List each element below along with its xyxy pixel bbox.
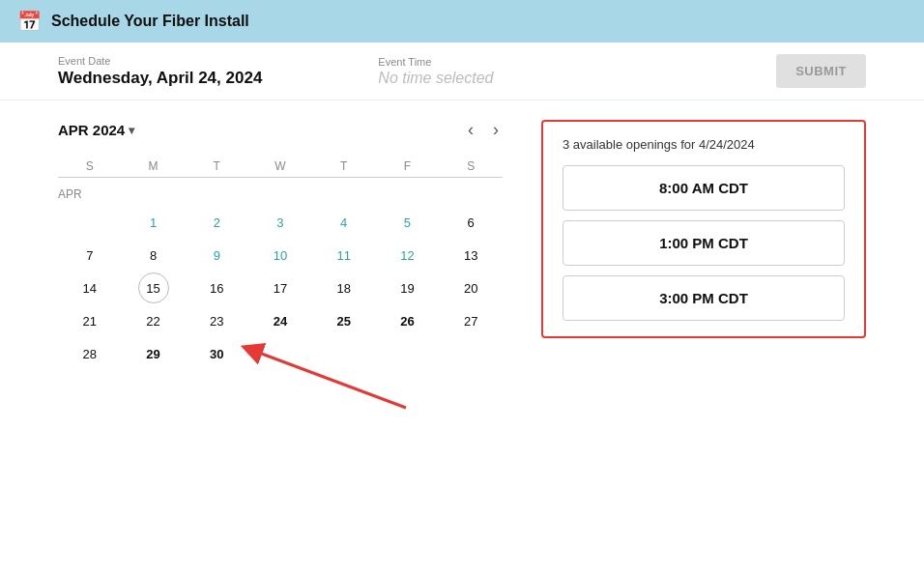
cal-day[interactable]: 19 xyxy=(391,272,422,303)
cal-day[interactable]: 17 xyxy=(265,272,296,303)
cal-day[interactable]: 1 xyxy=(138,207,169,238)
cal-day[interactable]: 4 xyxy=(329,207,360,238)
event-date-value: Wednesday, April 24, 2024 xyxy=(58,69,262,88)
time-slots-panel: 3 available openings for 4/24/2024 8:00 … xyxy=(541,120,866,338)
event-time-section: Event Time No time selected xyxy=(378,56,776,87)
cal-day[interactable]: 24 xyxy=(265,305,296,336)
cal-day[interactable]: 8 xyxy=(138,240,169,271)
submit-button[interactable]: SUBMIT xyxy=(776,54,866,88)
cal-day[interactable]: 29 xyxy=(138,338,169,369)
day-header: S xyxy=(439,156,503,177)
day-header: T xyxy=(185,156,248,177)
cal-day[interactable]: 9 xyxy=(201,240,232,271)
page-header: 📅 Schedule Your Fiber Install xyxy=(0,0,924,43)
cal-day[interactable]: 26 xyxy=(391,305,422,336)
cal-day[interactable]: 25 xyxy=(329,305,360,336)
month-dropdown-arrow[interactable]: ▾ xyxy=(129,124,134,137)
event-time-label: Event Time xyxy=(378,56,776,68)
calendar-nav: ‹ › xyxy=(464,120,503,140)
cal-day[interactable]: 20 xyxy=(455,272,486,303)
cal-day[interactable]: 30 xyxy=(201,338,232,369)
event-date-label: Event Date xyxy=(58,55,262,67)
cal-day[interactable]: 7 xyxy=(74,240,105,271)
cal-day[interactable]: 18 xyxy=(329,272,360,303)
day-header: F xyxy=(376,156,440,177)
cal-day[interactable]: 28 xyxy=(74,338,105,369)
event-bar: Event Date Wednesday, April 24, 2024 Eve… xyxy=(0,43,924,100)
cal-day[interactable]: 16 xyxy=(201,272,232,303)
cal-week: 78910111213 xyxy=(58,240,503,271)
time-slot-button[interactable]: 8:00 AM CDT xyxy=(563,165,845,211)
cal-day[interactable]: 3 xyxy=(265,207,296,238)
day-header: S xyxy=(58,156,122,177)
cal-week: 21222324252627 xyxy=(58,305,503,336)
time-slots-list: 8:00 AM CDT1:00 PM CDT3:00 PM CDT xyxy=(563,165,845,321)
cal-day[interactable]: 22 xyxy=(138,305,169,336)
day-header: M xyxy=(122,156,186,177)
cal-day[interactable]: 21 xyxy=(74,305,105,336)
cal-week: 123456 xyxy=(58,207,503,238)
cal-day[interactable]: 14 xyxy=(74,272,105,303)
main-content: APR 2024 ▾ ‹ › SMTWTFS APR 1234567891011… xyxy=(0,100,924,388)
cal-day[interactable]: 11 xyxy=(329,240,360,271)
calendar-header: APR 2024 ▾ ‹ › xyxy=(58,120,503,140)
page-title: Schedule Your Fiber Install xyxy=(51,13,249,30)
cal-day[interactable]: 27 xyxy=(455,305,486,336)
event-time-placeholder: No time selected xyxy=(378,70,776,87)
day-header: W xyxy=(248,156,312,177)
next-month-button[interactable]: › xyxy=(489,120,503,140)
time-slot-button[interactable]: 3:00 PM CDT xyxy=(563,275,845,321)
day-header: T xyxy=(312,156,376,177)
cal-week: 282930 xyxy=(58,338,503,369)
cal-day[interactable]: 23 xyxy=(201,305,232,336)
cal-day[interactable]: 5 xyxy=(391,207,422,238)
month-label: APR 2024 ▾ xyxy=(58,122,464,138)
cal-week: 14151617181920 xyxy=(58,272,503,303)
cal-day[interactable]: 6 xyxy=(455,207,486,238)
calendar: APR 2024 ▾ ‹ › SMTWTFS APR 1234567891011… xyxy=(58,120,503,369)
cal-day[interactable]: 10 xyxy=(265,240,296,271)
prev-month-button[interactable]: ‹ xyxy=(464,120,477,140)
time-panel-header: 3 available openings for 4/24/2024 xyxy=(563,137,845,152)
cal-day[interactable]: 15 xyxy=(138,272,169,303)
day-headers: SMTWTFS xyxy=(58,156,503,178)
cal-day[interactable]: 13 xyxy=(455,240,486,271)
calendar-grid: SMTWTFS APR 1234567891011121314151617181… xyxy=(58,156,503,369)
month-section-label: APR xyxy=(58,184,503,205)
time-slot-button[interactable]: 1:00 PM CDT xyxy=(563,220,845,266)
event-date-section: Event Date Wednesday, April 24, 2024 xyxy=(58,55,262,88)
calendar-weeks: 1234567891011121314151617181920212223242… xyxy=(58,207,503,369)
calendar-icon: 📅 xyxy=(17,10,42,33)
cal-day[interactable]: 12 xyxy=(391,240,422,271)
cal-day[interactable]: 2 xyxy=(201,207,232,238)
